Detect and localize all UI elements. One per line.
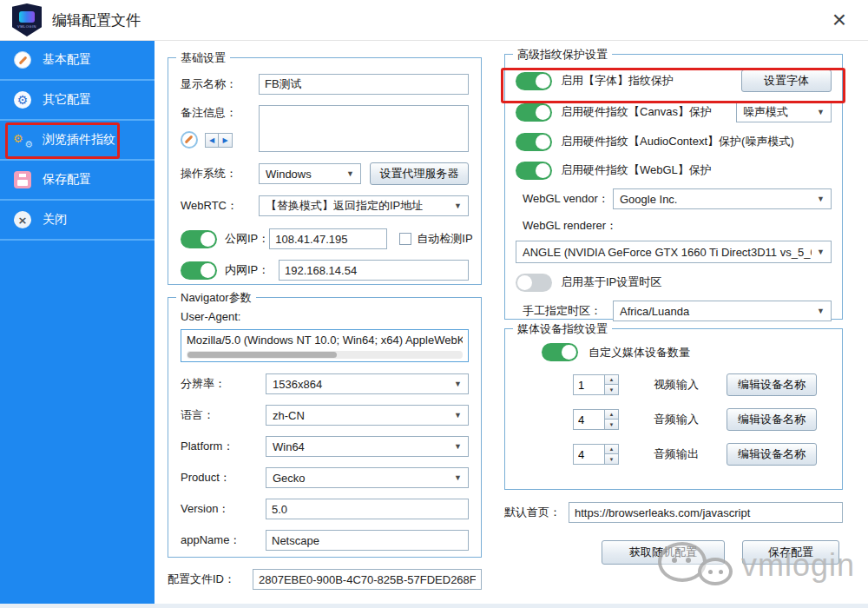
close-circle-icon: × (14, 211, 31, 228)
spinner-up-icon[interactable]: ▲ (604, 444, 619, 454)
window-bottom-edge (0, 604, 868, 608)
timezone-select[interactable]: Africa/Luanda ▼ (613, 301, 832, 321)
audio-output-count[interactable] (573, 444, 604, 465)
sidebar: 基本配置 ⚙ 其它配置 ⚙ ⚙ 浏览插件指纹 保存配置 × 关闭 (0, 41, 155, 604)
advanced-fingerprint-group: 高级指纹保护设置 启用【字体】指纹保护 设置字体 启用硬件指纹【Canvas】保… (504, 54, 843, 320)
edit-video-devices-button[interactable]: 编辑设备名称 (727, 373, 817, 396)
save-icon (14, 171, 31, 188)
audio-input-label: 音频输入 (654, 412, 714, 427)
scrollbar-thumb[interactable] (187, 352, 337, 358)
webgl-vendor-select[interactable]: Google Inc. ▼ (613, 188, 832, 209)
close-window-button[interactable]: × (825, 5, 854, 35)
chevron-down-icon: ▼ (817, 195, 825, 203)
homepage-label: 默认首页： (504, 505, 569, 520)
product-select[interactable]: Gecko ▼ (266, 467, 469, 488)
webrtc-mode-select[interactable]: 【替换模式】返回指定的IP地址 ▼ (259, 195, 469, 216)
app-logo: VMLOGIN (12, 3, 42, 36)
save-config-button[interactable]: 保存配置 (742, 540, 839, 565)
chevron-down-icon: ▼ (817, 248, 825, 256)
spinner-down-icon[interactable]: ▼ (604, 420, 619, 430)
chevron-down-icon: ▼ (454, 380, 462, 388)
spinner-up-icon[interactable]: ▲ (604, 374, 619, 385)
random-config-button[interactable]: 获取随机配置 (602, 540, 725, 565)
version-input[interactable] (266, 499, 469, 519)
edit-audio-input-devices-button[interactable]: 编辑设备名称 (727, 408, 817, 431)
profile-id-row: 配置文件ID： (168, 569, 482, 590)
gear-glyph: ⚙ (24, 139, 33, 150)
ip-timezone-toggle[interactable] (516, 274, 552, 292)
auto-detect-ip-checkbox[interactable] (399, 233, 411, 245)
webgl-protect-label: 启用硬件指纹【WebGL】保护 (561, 162, 712, 178)
os-select[interactable]: Windows ▼ (259, 163, 361, 184)
resolution-select[interactable]: 1536x864 ▼ (266, 373, 469, 394)
appname-input[interactable] (266, 530, 469, 551)
user-agent-label: User-Agent: (181, 310, 469, 323)
audiocontext-protect-toggle[interactable] (516, 133, 552, 151)
edit-audio-output-devices-button[interactable]: 编辑设备名称 (727, 443, 817, 466)
appname-label: appName： (181, 532, 266, 548)
chevron-down-icon: ▼ (817, 307, 825, 315)
custom-media-count-label: 自定义媒体设备数量 (589, 345, 690, 360)
sidebar-item-close[interactable]: × 关闭 (0, 201, 155, 241)
spinner-up-icon[interactable]: ▲ (604, 409, 619, 420)
user-agent-field[interactable]: Mozilla/5.0 (Windows NT 10.0; Win64; x64… (181, 329, 469, 362)
lan-ip-input[interactable] (279, 260, 469, 281)
sidebar-item-plugin-fingerprint[interactable]: ⚙ ⚙ 浏览插件指纹 (0, 121, 155, 161)
note-label: 备注信息： (181, 105, 259, 121)
sidebar-item-basic-config[interactable]: 基本配置 (0, 41, 155, 81)
product-label: Product： (181, 470, 266, 486)
audio-input-count[interactable] (573, 409, 604, 430)
navigator-legend: Navigator参数 (176, 290, 256, 306)
audiocontext-protect-label: 启用硬件指纹【AudioContext】保护(噪声模式) (561, 134, 794, 149)
gear-glyph: ⚙ (13, 132, 23, 145)
homepage-input[interactable] (569, 502, 843, 523)
platform-select[interactable]: Win64 ▼ (266, 436, 469, 457)
media-legend: 媒体设备指纹设置 (513, 321, 612, 337)
audio-input-count-spinner: ▲ ▼ (573, 409, 619, 430)
platform-value: Win64 (273, 440, 449, 453)
chevron-down-icon: ▼ (346, 169, 354, 178)
sidebar-item-label: 保存配置 (43, 172, 91, 188)
note-prev-button[interactable]: ◀ (205, 133, 219, 148)
webgl-vendor-value: Google Inc. (620, 193, 812, 206)
set-proxy-button[interactable]: 设置代理服务器 (370, 162, 469, 185)
sidebar-item-other-config[interactable]: ⚙ 其它配置 (0, 81, 155, 121)
compass-random-icon[interactable] (181, 131, 198, 149)
webgl-renderer-label: WebGL renderer： (523, 218, 832, 234)
spinner-down-icon[interactable]: ▼ (604, 385, 619, 395)
sidebar-item-label: 其它配置 (43, 92, 91, 108)
webgl-protect-toggle[interactable] (516, 162, 552, 180)
set-fonts-button[interactable]: 设置字体 (741, 69, 832, 92)
language-select[interactable]: zh-CN ▼ (266, 405, 469, 426)
spinner-down-icon[interactable]: ▼ (604, 454, 619, 465)
note-next-button[interactable]: ▶ (219, 133, 233, 148)
user-agent-scrollbar[interactable] (187, 351, 463, 359)
sidebar-item-save-config[interactable]: 保存配置 (0, 161, 155, 201)
resolution-value: 1536x864 (273, 378, 449, 391)
advanced-legend: 高级指纹保护设置 (513, 47, 612, 63)
webgl-renderer-value: ANGLE (NVIDIA GeForce GTX 1660 Ti Direct… (523, 246, 812, 259)
gear-icon: ⚙ (14, 91, 31, 109)
custom-media-count-toggle[interactable] (542, 343, 578, 361)
public-ip-input[interactable] (269, 228, 387, 249)
public-ip-toggle[interactable] (181, 230, 217, 248)
profile-id-label: 配置文件ID： (168, 572, 253, 587)
plugin-gears-icon: ⚙ ⚙ (14, 131, 31, 149)
product-value: Gecko (273, 472, 449, 485)
language-label: 语言： (181, 407, 266, 423)
window-title: 编辑配置文件 (52, 10, 141, 30)
canvas-mode-select[interactable]: 噪声模式 ▼ (736, 102, 832, 122)
platform-label: Platform： (181, 439, 266, 454)
display-name-input[interactable] (259, 74, 469, 95)
font-protect-toggle[interactable] (516, 72, 552, 90)
video-input-count[interactable] (573, 374, 604, 395)
video-input-label: 视频输入 (654, 377, 714, 393)
canvas-protect-toggle[interactable] (516, 103, 552, 122)
webgl-renderer-select[interactable]: ANGLE (NVIDIA GeForce GTX 1660 Ti Direct… (516, 241, 832, 263)
profile-id-input[interactable] (253, 569, 482, 590)
note-textarea[interactable] (259, 105, 469, 152)
audio-output-count-spinner: ▲ ▼ (573, 444, 619, 465)
os-label: 操作系统： (181, 166, 259, 182)
lan-ip-toggle[interactable] (181, 261, 217, 280)
media-device-group: 媒体设备指纹设置 自定义媒体设备数量 ▲ ▼ 视频输入 编辑设备名称 ▲ ▼ 音… (504, 328, 843, 490)
